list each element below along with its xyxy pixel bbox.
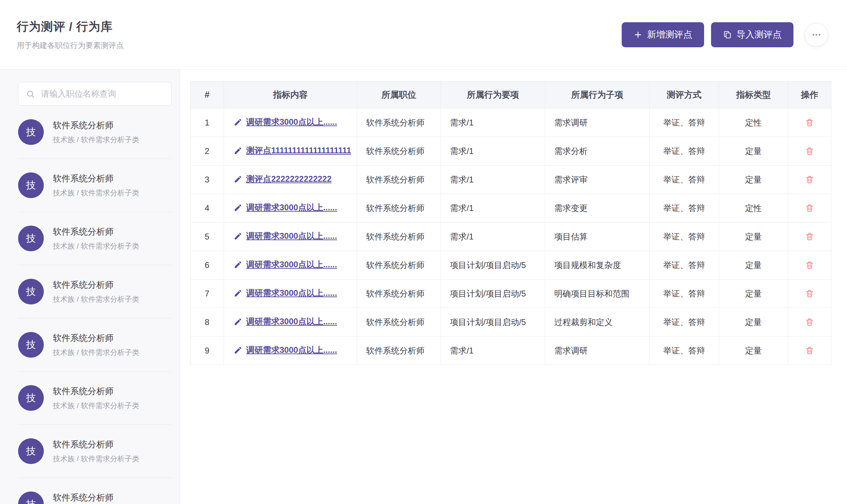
avatar: 技 (18, 491, 44, 504)
behavior-cell: 需求/1 (441, 194, 545, 222)
sub-behavior-cell: 明确项目目标和范围 (545, 279, 650, 308)
behavior-cell: 需求/1 (441, 108, 545, 137)
sub-behavior-cell: 项目估算 (545, 222, 650, 251)
position-cell: 软件系统分析师 (357, 137, 441, 165)
indicator-text: 测评点2222222222222 (246, 173, 332, 185)
position-subtitle: 技术族 / 软件需求分析子类 (53, 401, 139, 410)
indicator-link[interactable]: 调研需求3000点以上...... (234, 316, 337, 327)
delete-button[interactable] (803, 258, 816, 272)
position-list-item[interactable]: 技 软件系统分析师 技术族 / 软件需求分析子类 (18, 159, 171, 212)
row-index: 7 (191, 279, 224, 308)
title-block: 行为测评 / 行为库 用于构建各职位行为要素测评点 (17, 19, 124, 51)
avatar: 技 (18, 172, 44, 198)
behavior-cell: 需求/1 (441, 336, 545, 365)
add-assessment-button[interactable]: 新增测评点 (622, 22, 704, 47)
page-subtitle: 用于构建各职位行为要素测评点 (17, 40, 124, 51)
method-cell: 举证、答辩 (650, 279, 719, 308)
type-cell: 定性 (719, 108, 788, 137)
indicator-link[interactable]: 调研需求3000点以上...... (234, 202, 337, 213)
type-cell: 定性 (719, 194, 788, 222)
position-list-item[interactable]: 技 软件系统分析师 技术族 / 软件需求分析子类 (18, 212, 171, 265)
indicator-link[interactable]: 测评点2222222222222 (234, 173, 332, 185)
delete-button[interactable] (803, 344, 816, 357)
delete-button[interactable] (803, 287, 816, 300)
sub-behavior-cell: 需求变更 (545, 194, 650, 222)
sub-behavior-cell: 需求评审 (545, 165, 650, 194)
trash-icon (805, 232, 814, 241)
edit-pencil-icon (234, 118, 242, 127)
avatar: 技 (18, 385, 44, 411)
edit-pencil-icon (234, 260, 242, 269)
indicator-link[interactable]: 测评点1111111111111111111 (234, 145, 351, 156)
type-cell: 定量 (719, 165, 788, 194)
more-actions-button[interactable] (805, 23, 828, 47)
behavior-cell: 项目计划/项目启动/5 (441, 308, 545, 336)
table-row: 6 调研需求3000点以上...... 软件系统分析师 项目计划/项目启动/5 … (191, 251, 831, 279)
table-row: 8 调研需求3000点以上...... 软件系统分析师 项目计划/项目启动/5 … (191, 308, 831, 336)
import-assessment-button[interactable]: 导入测评点 (711, 22, 793, 47)
edit-pencil-icon (234, 289, 242, 298)
position-title: 软件系统分析师 (53, 492, 139, 503)
sub-behavior-cell: 过程裁剪和定义 (545, 308, 650, 336)
position-subtitle: 技术族 / 软件需求分析子类 (53, 348, 139, 357)
position-list: 技 软件系统分析师 技术族 / 软件需求分析子类 技 软件系统分析师 技术族 /… (18, 106, 171, 504)
column-header-behavior: 所属行为要项 (441, 81, 545, 108)
behavior-cell: 需求/1 (441, 165, 545, 194)
indicator-link[interactable]: 调研需求3000点以上...... (234, 116, 337, 128)
position-cell: 软件系统分析师 (357, 108, 441, 137)
method-cell: 举证、答辩 (650, 251, 719, 279)
document-copy-icon (723, 30, 732, 39)
row-index: 4 (191, 194, 224, 222)
delete-button[interactable] (803, 144, 816, 158)
row-index: 8 (191, 308, 224, 336)
column-header-action: 操作 (788, 81, 831, 108)
delete-button[interactable] (803, 230, 816, 243)
position-cell: 软件系统分析师 (357, 336, 441, 365)
column-header-index: # (191, 81, 224, 108)
indicator-text: 调研需求3000点以上...... (246, 316, 337, 327)
method-cell: 举证、答辩 (650, 137, 719, 165)
trash-icon (805, 346, 814, 355)
table-row: 4 调研需求3000点以上...... 软件系统分析师 需求/1 需求变更 举证… (191, 194, 831, 222)
column-header-type: 指标类型 (719, 81, 788, 108)
sub-behavior-cell: 项目规模和复杂度 (545, 251, 650, 279)
column-header-position: 所属职位 (357, 81, 441, 108)
position-list-item[interactable]: 技 软件系统分析师 技术族 / 软件需求分析子类 (18, 372, 171, 425)
search-input[interactable] (40, 89, 163, 99)
delete-button[interactable] (803, 116, 816, 129)
indicator-link[interactable]: 调研需求3000点以上...... (234, 230, 337, 242)
position-list-item[interactable]: 技 软件系统分析师 技术族 / 软件需求分析子类 (18, 318, 171, 372)
search-box[interactable] (18, 82, 171, 106)
type-cell: 定量 (719, 222, 788, 251)
position-list-item[interactable]: 技 软件系统分析师 技术族 / 软件需求分析子类 (18, 106, 171, 159)
position-list-item[interactable]: 技 软件系统分析师 技术族 / 软件需求分析子类 (18, 425, 171, 478)
behavior-cell: 项目计划/项目启动/5 (441, 279, 545, 308)
indicator-text: 调研需求3000点以上...... (246, 259, 337, 270)
indicator-text: 调研需求3000点以上...... (246, 344, 337, 356)
position-list-item[interactable]: 技 软件系统分析师 技术族 / 软件需求分析子类 (18, 265, 171, 318)
delete-button[interactable] (803, 315, 816, 329)
header-actions: 新增测评点 导入测评点 (622, 22, 828, 47)
delete-button[interactable] (803, 173, 816, 186)
row-index: 9 (191, 336, 224, 365)
edit-pencil-icon (234, 317, 242, 326)
indicator-link[interactable]: 调研需求3000点以上...... (234, 344, 337, 356)
indicator-link[interactable]: 调研需求3000点以上...... (234, 287, 337, 299)
position-title: 软件系统分析师 (53, 173, 139, 184)
row-index: 3 (191, 165, 224, 194)
position-title: 软件系统分析师 (53, 439, 139, 450)
trash-icon (805, 260, 814, 270)
content-layout: 技 软件系统分析师 技术族 / 软件需求分析子类 技 软件系统分析师 技术族 /… (0, 70, 847, 504)
main-content: # 指标内容 所属职位 所属行为要项 所属行为子项 测评方式 指标类型 操作 1… (180, 70, 847, 504)
position-list-item[interactable]: 技 软件系统分析师 技术族 / 软件需求分析子类 (18, 478, 171, 504)
delete-button[interactable] (803, 201, 816, 215)
edit-pencil-icon (234, 232, 242, 241)
position-title: 软件系统分析师 (53, 226, 139, 237)
table-row: 7 调研需求3000点以上...... 软件系统分析师 项目计划/项目启动/5 … (191, 279, 831, 308)
type-cell: 定量 (719, 308, 788, 336)
indicator-link[interactable]: 调研需求3000点以上...... (234, 259, 337, 270)
trash-icon (805, 118, 814, 127)
row-index: 6 (191, 251, 224, 279)
method-cell: 举证、答辩 (650, 336, 719, 365)
avatar: 技 (18, 332, 44, 358)
